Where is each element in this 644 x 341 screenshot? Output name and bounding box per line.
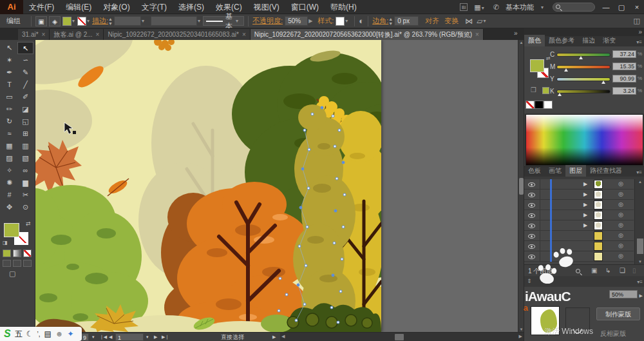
stroke-weight-field[interactable] <box>114 16 141 26</box>
swap-fill-stroke-icon[interactable]: ⇄ <box>26 220 31 227</box>
lasso-tool[interactable]: ∽ <box>17 54 33 66</box>
zoom-tool[interactable]: ⊙ <box>17 201 33 213</box>
ime-person-icon[interactable]: ☻ <box>55 329 64 338</box>
draw-behind-button[interactable] <box>13 260 21 267</box>
menu-item[interactable]: 对象(O) <box>97 3 135 12</box>
K-slider[interactable] <box>556 90 611 93</box>
vertical-scrollbar[interactable]: ▲ ▼ <box>518 40 524 332</box>
C-value-field[interactable]: 37.24 <box>612 50 636 58</box>
ime-toolbar[interactable]: S 五 ☾ ’, ▤ ☻ ✦ <box>0 327 82 341</box>
make-mask-button[interactable]: 制作蒙版 <box>596 307 640 320</box>
variable-width-select[interactable] <box>151 16 197 26</box>
horizontal-scrollbar[interactable]: ◀ ▶ <box>280 333 524 341</box>
line-segment-tool[interactable]: ╱ <box>17 79 33 91</box>
blend-tool[interactable]: ∞ <box>17 164 33 177</box>
brush-definition-select[interactable]: 基本▾ <box>203 16 244 26</box>
menu-item[interactable]: 文字(T) <box>136 3 173 12</box>
eyedropper-tool[interactable]: ✧ <box>1 164 17 177</box>
scroll-down-icon[interactable]: ▼ <box>518 327 524 331</box>
column-graph-tool[interactable]: ▥ <box>17 140 33 152</box>
panel-dock-icon[interactable]: ◫ <box>634 17 640 25</box>
first-artboard-button[interactable]: ❘◀ <box>100 333 107 341</box>
black-swatch[interactable] <box>535 101 544 109</box>
bridge-icon[interactable]: Bi <box>460 3 468 11</box>
app-logo[interactable]: Ai <box>0 0 23 14</box>
K-value-field[interactable]: 3.24 <box>612 87 636 95</box>
ime-moon-icon[interactable]: ☾ <box>26 329 33 338</box>
ime-wrench-icon[interactable]: ✦ <box>67 329 73 338</box>
perspective-grid-tool[interactable]: ⊞ <box>17 128 33 140</box>
tab-close-icon[interactable]: × <box>475 31 479 38</box>
layer-thumbnail[interactable] <box>594 231 603 240</box>
selection-tool[interactable]: ↖ <box>1 42 17 54</box>
layers-scroll-thumb[interactable] <box>637 239 643 254</box>
panel-tab-路径查找器[interactable]: 路径查找器 <box>586 165 626 177</box>
opacity-label[interactable]: 不透明度: <box>252 16 283 26</box>
transform-link[interactable]: 变换 <box>444 16 459 26</box>
color-mode-button[interactable] <box>3 249 11 257</box>
target-circle-icon[interactable]: ◎ <box>618 201 623 208</box>
layers-scroll-up-icon[interactable]: ▲ <box>635 180 644 184</box>
slider-handle[interactable] <box>558 93 562 96</box>
fill-color-swatch[interactable] <box>62 17 71 26</box>
horizontal-scroll-thumb[interactable] <box>395 334 404 340</box>
draw-normal-button[interactable] <box>3 260 11 267</box>
panel-tab-颜色[interactable]: 颜色 <box>524 35 545 46</box>
visibility-eye-icon[interactable] <box>528 234 535 239</box>
color-fill-proxy[interactable] <box>530 59 544 72</box>
ime-punct-icon[interactable]: ’, <box>37 331 40 338</box>
menu-item[interactable]: 编辑(E) <box>60 3 97 12</box>
expand-arrow-icon[interactable]: ▶ <box>583 181 587 187</box>
gradient-mode-button[interactable] <box>13 249 21 257</box>
hand-tool[interactable]: ✥ <box>1 201 17 213</box>
layers-scroll-down-icon[interactable]: ▼ <box>635 260 644 264</box>
panel-tab-渐变[interactable]: 渐变 <box>599 35 620 46</box>
corner-field[interactable]: 0 px <box>394 16 419 26</box>
recolor-artwork-icon[interactable]: ◐ <box>359 16 364 26</box>
panel-tab-描边[interactable]: 描边 <box>578 35 599 46</box>
rectangle-tool[interactable]: ▭ <box>1 91 17 103</box>
document-tab[interactable]: 旅客.ai @ 2...× <box>50 29 104 40</box>
layer-row[interactable]: ▶◎ <box>524 200 634 210</box>
mask-thumbnail-slot[interactable] <box>565 307 590 332</box>
scroll-right-icon[interactable]: ▶ <box>519 334 522 339</box>
curvature-tool[interactable]: ✎ <box>17 66 33 79</box>
pen-tool[interactable]: ✒ <box>1 66 17 79</box>
make-clip-mask-icon[interactable]: ▣ <box>591 267 597 274</box>
screen-mode-button[interactable]: ▢ <box>9 269 15 278</box>
target-circle-icon[interactable]: ◎ <box>618 253 623 259</box>
slider-handle[interactable] <box>564 68 568 72</box>
shaper-tool[interactable]: ✏ <box>1 103 17 115</box>
stroke-stepper[interactable]: ▲▼ <box>108 17 113 26</box>
new-sublayer-icon[interactable]: ↳ <box>605 267 611 274</box>
fill-stroke-indicator[interactable]: ⇄ ◨ <box>3 220 33 250</box>
object-thumbnail[interactable] <box>531 306 560 335</box>
stroke-weight-label[interactable]: 描边: <box>92 16 108 26</box>
default-fill-stroke-icon[interactable]: ◨ <box>3 240 8 246</box>
M-value-field[interactable]: 15.35 <box>612 63 636 70</box>
layer-thumbnail[interactable] <box>594 252 603 261</box>
layer-row[interactable]: ◎ <box>524 251 634 262</box>
expand-arrow-icon[interactable]: ▶ <box>583 212 587 218</box>
opacity-field[interactable]: 50% <box>285 16 308 26</box>
visibility-eye-icon[interactable] <box>528 244 535 249</box>
tab-close-icon[interactable]: × <box>96 31 100 38</box>
layer-row[interactable]: ▶◎ <box>524 210 634 220</box>
Y-value-field[interactable]: 90.99 <box>612 75 636 83</box>
visibility-eye-icon[interactable] <box>528 193 535 197</box>
target-circle-icon[interactable]: ◎ <box>618 211 623 218</box>
vertical-scroll-thumb[interactable] <box>519 178 524 195</box>
color-spectrum[interactable] <box>526 114 643 166</box>
ime-keyboard-icon[interactable]: ▤ <box>44 329 51 338</box>
menu-item[interactable]: 文件(F) <box>23 3 60 12</box>
menu-item[interactable]: 选择(S) <box>173 3 210 12</box>
panel-tab-画笔[interactable]: 画笔 <box>545 165 565 177</box>
rotate-tool[interactable]: ↻ <box>1 115 17 128</box>
new-layer-icon[interactable]: ❏ <box>620 267 625 274</box>
layer-thumbnail[interactable] <box>594 211 603 220</box>
artboard-tool[interactable]: # <box>1 189 17 201</box>
canvas-area[interactable]: ▲ ▼ <box>35 40 524 332</box>
visibility-eye-icon[interactable] <box>528 224 535 228</box>
delete-layer-icon[interactable]: ▯ <box>632 267 636 274</box>
layer-thumbnail[interactable] <box>594 180 603 189</box>
